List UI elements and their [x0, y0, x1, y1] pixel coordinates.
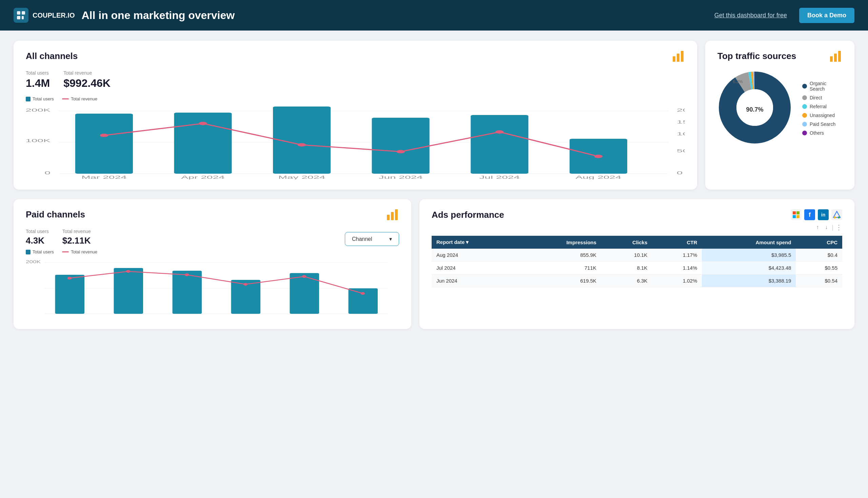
- legend-paid-search: Paid Search: [810, 121, 836, 127]
- ads-performance-title: Ads performance: [432, 210, 504, 220]
- legend-organic: Organic Search: [810, 81, 842, 92]
- svg-rect-36: [830, 56, 833, 62]
- svg-text:0: 0: [44, 170, 51, 175]
- svg-rect-70: [797, 215, 800, 218]
- cell-ctr: 1.02%: [652, 274, 702, 287]
- paid-revenue-label: Total revenue: [62, 228, 91, 234]
- col-ctr: CTR: [652, 236, 702, 249]
- ads-performance-card: Ads performance f: [419, 199, 854, 329]
- all-channels-metrics: Total users 1.4M Total revenue $992.46K: [26, 70, 685, 90]
- table-row: Jun 2024 619.5K 6.3K 1.02% $3,388.19 $0.…: [432, 274, 842, 287]
- cell-cpc: $0.54: [796, 274, 842, 287]
- cell-ctr: 1.14%: [652, 262, 702, 274]
- paid-users-value: 4.3K: [26, 235, 49, 246]
- legend-others: Others: [810, 130, 824, 136]
- svg-text:200K: 200K: [26, 260, 41, 264]
- legend-revenue: Total revenue: [71, 96, 97, 102]
- col-amount: Amount spend: [702, 236, 796, 249]
- svg-rect-21: [372, 118, 430, 174]
- svg-text:100K: 100K: [677, 131, 685, 136]
- ads-logos: f in: [791, 209, 842, 220]
- donut-chart-container: 90.7% 6.2% Organic Search Direct Referra…: [718, 70, 842, 146]
- cell-clicks: 10.1K: [601, 249, 652, 262]
- channel-select-label: Channel: [352, 236, 372, 242]
- paid-revenue-value: $2.11K: [62, 235, 91, 246]
- cell-impressions: 711K: [519, 262, 601, 274]
- svg-rect-69: [793, 215, 796, 218]
- all-channels-chart-icon: [673, 51, 685, 64]
- svg-point-24: [100, 134, 108, 137]
- svg-rect-49: [391, 212, 393, 220]
- svg-point-66: [361, 292, 365, 295]
- cell-cpc: $0.4: [796, 249, 842, 262]
- col-clicks: Clicks: [601, 236, 652, 249]
- svg-rect-48: [387, 215, 390, 220]
- svg-rect-68: [797, 211, 800, 214]
- svg-text:May 2024: May 2024: [278, 175, 325, 180]
- svg-rect-2: [17, 16, 21, 19]
- legend-unassigned: Unassigned: [810, 113, 835, 118]
- paid-channels-card: Paid channels Total users 4.3K: [14, 199, 411, 329]
- cell-date: Aug 2024: [432, 249, 519, 262]
- svg-rect-1: [22, 11, 25, 15]
- svg-point-25: [199, 122, 207, 125]
- linkedin-logo: in: [818, 209, 829, 220]
- svg-rect-67: [793, 211, 796, 214]
- svg-point-61: [67, 277, 72, 279]
- google-ads-logo: [831, 209, 842, 220]
- cell-impressions: 855.9K: [519, 249, 601, 262]
- svg-rect-18: [75, 114, 133, 174]
- svg-text:150K: 150K: [677, 119, 685, 124]
- total-revenue-label: Total revenue: [63, 70, 110, 76]
- cell-amount: $3,985.5: [702, 249, 796, 262]
- svg-point-26: [298, 143, 306, 146]
- legend-users: Total users: [32, 96, 54, 102]
- svg-point-28: [495, 130, 504, 134]
- legend-referral: Referral: [810, 104, 827, 109]
- svg-text:0: 0: [677, 170, 683, 175]
- svg-rect-50: [395, 209, 398, 220]
- svg-point-63: [185, 273, 189, 276]
- total-users-value: 1.4M: [26, 77, 50, 90]
- more-options-button[interactable]: ⋮: [836, 223, 842, 231]
- bottom-row: Paid channels Total users 4.3K: [14, 199, 854, 329]
- paid-users-label: Total users: [26, 228, 49, 234]
- channel-select-chevron: ▾: [389, 236, 392, 242]
- svg-point-27: [397, 150, 405, 153]
- book-demo-button[interactable]: Book a Demo: [799, 8, 854, 23]
- svg-text:Jul 2024: Jul 2024: [479, 175, 520, 180]
- sort-divider: |: [832, 224, 833, 231]
- sort-up-button[interactable]: ↑: [814, 223, 821, 232]
- svg-text:50K: 50K: [677, 148, 685, 153]
- svg-rect-4: [673, 56, 676, 62]
- logo-text: COUPLER.IO: [32, 12, 75, 19]
- svg-point-62: [126, 270, 131, 273]
- svg-point-72: [838, 217, 840, 219]
- paid-channels-chart: 200K: [26, 258, 399, 319]
- all-channels-card: All channels Total users 1.4M Total reve…: [14, 41, 697, 189]
- cell-clicks: 6.3K: [601, 274, 652, 287]
- table-row: Jul 2024 711K 8.1K 1.14% $4,423.48 $0.55: [432, 262, 842, 274]
- donut-legend: Organic Search Direct Referral Unassigne…: [802, 81, 842, 136]
- all-channels-title: All channels: [26, 51, 78, 62]
- table-controls: ↑ ↓ | ⋮: [432, 223, 842, 232]
- svg-point-29: [595, 155, 602, 158]
- sort-down-button[interactable]: ↓: [823, 223, 830, 232]
- svg-text:200K: 200K: [677, 107, 685, 113]
- svg-rect-22: [471, 115, 528, 174]
- header: COUPLER.IO All in one marketing overview…: [0, 0, 868, 30]
- svg-text:6.2%: 6.2%: [733, 79, 743, 84]
- get-dashboard-link[interactable]: Get this dashboard for free: [715, 12, 787, 19]
- channel-select[interactable]: Channel ▾: [345, 232, 399, 246]
- logo-icon: [14, 8, 28, 23]
- svg-rect-55: [55, 275, 85, 314]
- svg-rect-37: [834, 54, 837, 62]
- cell-amount: $4,423.48: [702, 262, 796, 274]
- page-title: All in one marketing overview: [81, 9, 707, 22]
- main-content: All channels Total users 1.4M Total reve…: [0, 30, 868, 339]
- svg-point-65: [302, 275, 307, 278]
- ads-performance-table: Report date ▾ Impressions Clicks CTR Amo…: [432, 236, 842, 287]
- all-channels-chart: 200K 100K 0 200K 150K 100K 50K 0: [26, 105, 685, 180]
- svg-rect-56: [114, 268, 144, 314]
- top-traffic-title: Top traffic sources: [718, 51, 796, 62]
